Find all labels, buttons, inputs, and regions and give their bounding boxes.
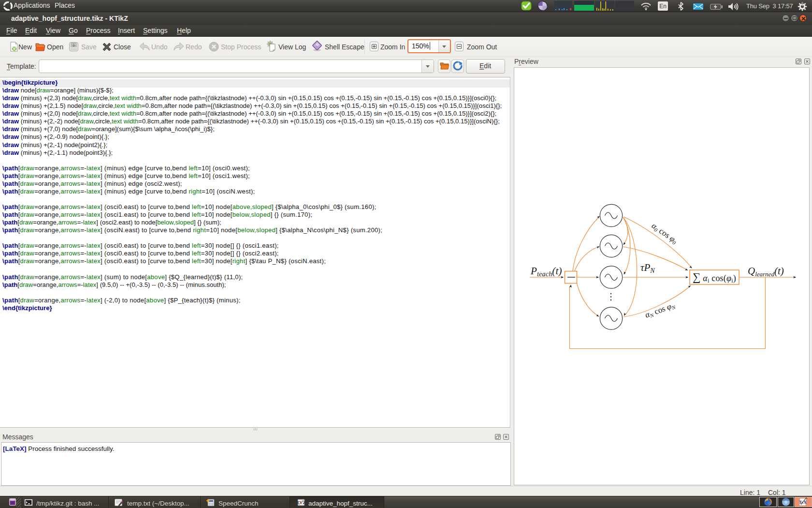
svg-text:En: En (659, 3, 667, 10)
svg-text:Qlearned(t): Qlearned(t) (748, 265, 784, 278)
svg-text:τPN: τPN (640, 262, 655, 274)
svg-text:Pteach(t): Pteach(t) (530, 265, 562, 278)
svg-text:∑ αi cos(φi): ∑ αi cos(φi) (693, 271, 736, 284)
